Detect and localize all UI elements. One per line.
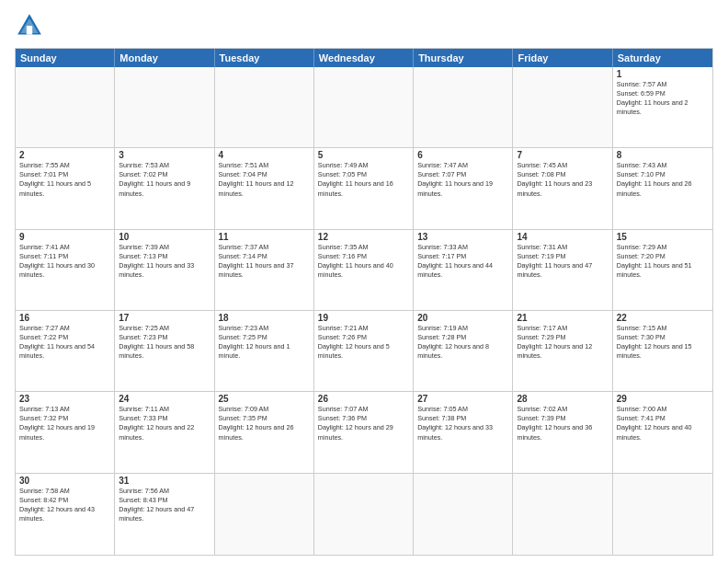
cal-cell: 13Sunrise: 7:33 AM Sunset: 7:17 PM Dayli… xyxy=(414,230,513,310)
cell-text: Sunrise: 7:15 AM Sunset: 7:30 PM Dayligh… xyxy=(617,324,709,361)
cell-text: Sunrise: 7:27 AM Sunset: 7:22 PM Dayligh… xyxy=(19,324,110,361)
day-number: 26 xyxy=(318,394,409,404)
day-number: 13 xyxy=(417,232,508,242)
cell-text: Sunrise: 7:19 AM Sunset: 7:28 PM Dayligh… xyxy=(417,324,508,361)
cell-text: Sunrise: 7:49 AM Sunset: 7:05 PM Dayligh… xyxy=(318,161,409,198)
day-number: 22 xyxy=(617,313,709,323)
cal-cell xyxy=(314,474,414,555)
cell-text: Sunrise: 7:35 AM Sunset: 7:16 PM Dayligh… xyxy=(318,243,409,280)
header-day-monday: Monday xyxy=(115,49,214,67)
cal-cell xyxy=(613,474,712,555)
cal-cell xyxy=(414,474,513,555)
day-number: 12 xyxy=(318,232,409,242)
cal-cell: 15Sunrise: 7:29 AM Sunset: 7:20 PM Dayli… xyxy=(613,230,712,310)
cal-cell: 31Sunrise: 7:56 AM Sunset: 8:43 PM Dayli… xyxy=(115,474,214,555)
cal-cell: 6Sunrise: 7:47 AM Sunset: 7:07 PM Daylig… xyxy=(414,148,513,228)
cal-cell: 24Sunrise: 7:11 AM Sunset: 7:33 PM Dayli… xyxy=(115,392,214,472)
cal-cell: 8Sunrise: 7:43 AM Sunset: 7:10 PM Daylig… xyxy=(613,148,712,228)
week-row-3: 16Sunrise: 7:27 AM Sunset: 7:22 PM Dayli… xyxy=(16,311,712,392)
day-number: 5 xyxy=(318,150,409,160)
week-row-0: 1Sunrise: 7:57 AM Sunset: 6:59 PM Daylig… xyxy=(16,67,712,148)
cell-text: Sunrise: 7:41 AM Sunset: 7:11 PM Dayligh… xyxy=(19,243,110,280)
day-number: 14 xyxy=(517,232,608,242)
day-number: 4 xyxy=(219,150,310,160)
day-number: 11 xyxy=(219,232,310,242)
cal-cell: 10Sunrise: 7:39 AM Sunset: 7:13 PM Dayli… xyxy=(115,230,214,310)
day-number: 19 xyxy=(318,313,409,323)
week-row-1: 2Sunrise: 7:55 AM Sunset: 7:01 PM Daylig… xyxy=(16,148,712,229)
cal-cell: 20Sunrise: 7:19 AM Sunset: 7:28 PM Dayli… xyxy=(414,311,513,391)
calendar-body: 1Sunrise: 7:57 AM Sunset: 6:59 PM Daylig… xyxy=(16,67,712,555)
cal-cell: 14Sunrise: 7:31 AM Sunset: 7:19 PM Dayli… xyxy=(513,230,612,310)
week-row-2: 9Sunrise: 7:41 AM Sunset: 7:11 PM Daylig… xyxy=(16,230,712,311)
cal-cell xyxy=(513,67,612,147)
cell-text: Sunrise: 7:47 AM Sunset: 7:07 PM Dayligh… xyxy=(417,161,508,198)
day-number: 8 xyxy=(617,150,709,160)
calendar: SundayMondayTuesdayWednesdayThursdayFrid… xyxy=(15,48,713,556)
cal-cell: 19Sunrise: 7:21 AM Sunset: 7:26 PM Dayli… xyxy=(314,311,414,391)
cal-cell: 27Sunrise: 7:05 AM Sunset: 7:38 PM Dayli… xyxy=(414,392,513,472)
cal-cell: 22Sunrise: 7:15 AM Sunset: 7:30 PM Dayli… xyxy=(613,311,712,391)
day-number: 18 xyxy=(219,313,310,323)
cal-cell: 25Sunrise: 7:09 AM Sunset: 7:35 PM Dayli… xyxy=(215,392,314,472)
cell-text: Sunrise: 7:57 AM Sunset: 6:59 PM Dayligh… xyxy=(617,80,709,117)
cell-text: Sunrise: 7:33 AM Sunset: 7:17 PM Dayligh… xyxy=(417,243,508,280)
week-row-5: 30Sunrise: 7:58 AM Sunset: 8:42 PM Dayli… xyxy=(16,474,712,555)
cal-cell: 21Sunrise: 7:17 AM Sunset: 7:29 PM Dayli… xyxy=(513,311,612,391)
cell-text: Sunrise: 7:53 AM Sunset: 7:02 PM Dayligh… xyxy=(119,161,210,198)
cal-cell xyxy=(314,67,414,147)
cal-cell: 3Sunrise: 7:53 AM Sunset: 7:02 PM Daylig… xyxy=(115,148,214,228)
cal-cell: 2Sunrise: 7:55 AM Sunset: 7:01 PM Daylig… xyxy=(16,148,115,228)
cal-cell: 23Sunrise: 7:13 AM Sunset: 7:32 PM Dayli… xyxy=(16,392,115,472)
day-number: 10 xyxy=(119,232,210,242)
cell-text: Sunrise: 7:09 AM Sunset: 7:35 PM Dayligh… xyxy=(219,405,310,442)
day-number: 7 xyxy=(517,150,608,160)
cell-text: Sunrise: 7:58 AM Sunset: 8:42 PM Dayligh… xyxy=(19,487,110,523)
day-number: 31 xyxy=(119,476,210,486)
cal-cell: 9Sunrise: 7:41 AM Sunset: 7:11 PM Daylig… xyxy=(16,230,115,310)
day-number: 28 xyxy=(517,394,608,404)
cell-text: Sunrise: 7:45 AM Sunset: 7:08 PM Dayligh… xyxy=(517,161,608,198)
cell-text: Sunrise: 7:29 AM Sunset: 7:20 PM Dayligh… xyxy=(617,243,709,280)
cell-text: Sunrise: 7:55 AM Sunset: 7:01 PM Dayligh… xyxy=(19,161,110,198)
cal-cell xyxy=(16,67,115,147)
cell-text: Sunrise: 7:07 AM Sunset: 7:36 PM Dayligh… xyxy=(318,405,409,442)
cal-cell xyxy=(513,474,612,555)
day-number: 20 xyxy=(417,313,508,323)
cell-text: Sunrise: 7:25 AM Sunset: 7:23 PM Dayligh… xyxy=(119,324,210,361)
day-number: 2 xyxy=(19,150,110,160)
day-number: 21 xyxy=(517,313,608,323)
cal-cell: 29Sunrise: 7:00 AM Sunset: 7:41 PM Dayli… xyxy=(613,392,712,472)
cell-text: Sunrise: 7:11 AM Sunset: 7:33 PM Dayligh… xyxy=(119,405,210,442)
cell-text: Sunrise: 7:31 AM Sunset: 7:19 PM Dayligh… xyxy=(517,243,608,280)
week-row-4: 23Sunrise: 7:13 AM Sunset: 7:32 PM Dayli… xyxy=(16,392,712,473)
cal-cell: 30Sunrise: 7:58 AM Sunset: 8:42 PM Dayli… xyxy=(16,474,115,555)
cell-text: Sunrise: 7:13 AM Sunset: 7:32 PM Dayligh… xyxy=(19,405,110,442)
cell-text: Sunrise: 7:00 AM Sunset: 7:41 PM Dayligh… xyxy=(617,405,709,442)
cell-text: Sunrise: 7:37 AM Sunset: 7:14 PM Dayligh… xyxy=(219,243,310,280)
logo xyxy=(15,11,48,40)
header-day-wednesday: Wednesday xyxy=(314,49,414,67)
cal-cell xyxy=(215,67,314,147)
header-day-tuesday: Tuesday xyxy=(215,49,314,67)
cal-cell: 16Sunrise: 7:27 AM Sunset: 7:22 PM Dayli… xyxy=(16,311,115,391)
cell-text: Sunrise: 7:51 AM Sunset: 7:04 PM Dayligh… xyxy=(219,161,310,198)
cal-cell: 17Sunrise: 7:25 AM Sunset: 7:23 PM Dayli… xyxy=(115,311,214,391)
day-number: 15 xyxy=(617,232,709,242)
day-number: 6 xyxy=(417,150,508,160)
day-number: 29 xyxy=(617,394,709,404)
cal-cell: 4Sunrise: 7:51 AM Sunset: 7:04 PM Daylig… xyxy=(215,148,314,228)
day-number: 24 xyxy=(119,394,210,404)
cell-text: Sunrise: 7:43 AM Sunset: 7:10 PM Dayligh… xyxy=(617,161,709,198)
day-number: 16 xyxy=(19,313,110,323)
logo-icon xyxy=(15,11,44,40)
day-number: 1 xyxy=(617,69,709,79)
cal-cell: 28Sunrise: 7:02 AM Sunset: 7:39 PM Dayli… xyxy=(513,392,612,472)
calendar-header: SundayMondayTuesdayWednesdayThursdayFrid… xyxy=(16,49,712,67)
day-number: 3 xyxy=(119,150,210,160)
cal-cell: 5Sunrise: 7:49 AM Sunset: 7:05 PM Daylig… xyxy=(314,148,414,228)
day-number: 25 xyxy=(219,394,310,404)
day-number: 23 xyxy=(19,394,110,404)
day-number: 30 xyxy=(19,476,110,486)
day-number: 17 xyxy=(119,313,210,323)
